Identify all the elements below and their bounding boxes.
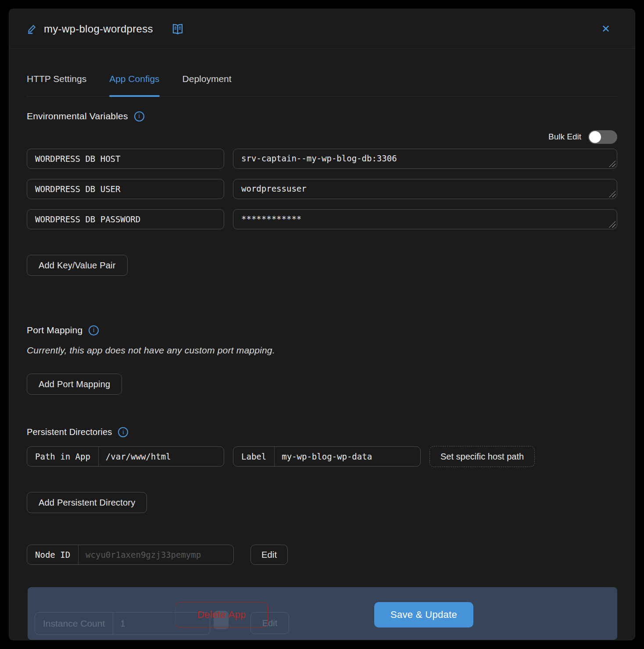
port-section-label: Port Mapping [27, 325, 82, 335]
save-update-button[interactable]: Save & Update [374, 602, 473, 628]
delete-app-button[interactable]: Delete App [175, 602, 268, 628]
path-in-app-group: Path in App /var/www/html [27, 446, 224, 467]
instance-count-addon: Instance Count [35, 613, 113, 635]
path-in-app-input[interactable]: /var/www/html [99, 447, 224, 466]
env-section-label: Environmental Variables [27, 111, 128, 121]
env-value-textarea[interactable]: srv-captain--my-wp-blog-db:3306 [233, 149, 617, 169]
port-section-title: Port Mapping i [27, 325, 99, 335]
port-empty-note: Currently, this app does not have any cu… [27, 345, 275, 356]
env-var-row: srv-captain--my-wp-blog-db:3306 [27, 149, 617, 169]
footer-bar: Instance Count 1 Edit Delete App Save & … [28, 587, 617, 640]
tab-http-settings[interactable]: HTTP Settings [27, 73, 86, 96]
resize-grip-icon[interactable] [609, 191, 615, 197]
env-section-title: Environmental Variables i [27, 111, 144, 121]
path-in-app-addon: Path in App [27, 447, 99, 466]
bulk-edit-control: Bulk Edit [548, 128, 617, 145]
resize-grip-icon[interactable] [609, 160, 615, 167]
persistent-section-title: Persistent Directories i [27, 427, 128, 437]
tab-bar: HTTP Settings App Configs Deployment [27, 73, 617, 96]
env-value-text: ************ [241, 214, 301, 224]
bulk-edit-toggle[interactable] [588, 130, 617, 144]
close-icon[interactable]: ✕ [601, 23, 610, 35]
info-icon[interactable]: i [118, 427, 128, 437]
tab-app-configs[interactable]: App Configs [109, 73, 159, 96]
env-value-text: srv-captain--my-wp-blog-db:3306 [241, 153, 397, 163]
node-id-addon: Node ID [27, 545, 79, 564]
label-input[interactable]: my-wp-blog-wp-data [275, 447, 420, 466]
env-value-textarea[interactable]: ************ [233, 209, 617, 229]
book-icon [172, 23, 184, 35]
env-var-row: wordpressuser [27, 179, 617, 199]
edit-title-button[interactable] [26, 23, 38, 35]
label-group: Label my-wp-blog-wp-data [233, 446, 421, 467]
set-host-path-button[interactable]: Set specific host path [429, 446, 535, 467]
info-icon[interactable]: i [89, 325, 99, 335]
node-id-group: Node ID wcyu0r1axen9gzj33pemymp [27, 545, 234, 565]
node-edit-button[interactable]: Edit [250, 545, 288, 565]
label-addon: Label [233, 447, 275, 466]
env-key-input[interactable] [27, 179, 224, 199]
env-key-input[interactable] [27, 149, 224, 169]
page-title: my-wp-blog-wordpress [44, 23, 153, 35]
pencil-icon [26, 23, 38, 35]
env-value-textarea[interactable]: wordpressuser [233, 179, 617, 199]
env-key-input[interactable] [27, 209, 224, 229]
env-var-row: ************ [27, 209, 617, 229]
docs-button[interactable] [172, 23, 184, 35]
add-persistent-directory-button[interactable]: Add Persistent Directory [27, 492, 147, 513]
info-icon[interactable]: i [134, 111, 144, 121]
add-key-value-button[interactable]: Add Key/Value Pair [27, 255, 128, 276]
bulk-edit-label: Bulk Edit [548, 132, 581, 142]
persistent-section-label: Persistent Directories [27, 427, 112, 437]
node-id-input: wcyu0r1axen9gzj33pemymp [79, 545, 233, 564]
app-config-dialog: my-wp-blog-wordpress ✕ HTTP Settings App… [9, 9, 635, 640]
tab-deployment[interactable]: Deployment [182, 73, 232, 96]
toggle-knob [589, 131, 601, 143]
add-port-mapping-button[interactable]: Add Port Mapping [27, 374, 122, 395]
resize-grip-icon[interactable] [609, 221, 615, 228]
dialog-header: my-wp-blog-wordpress ✕ [9, 9, 635, 49]
env-value-text: wordpressuser [241, 184, 307, 193]
